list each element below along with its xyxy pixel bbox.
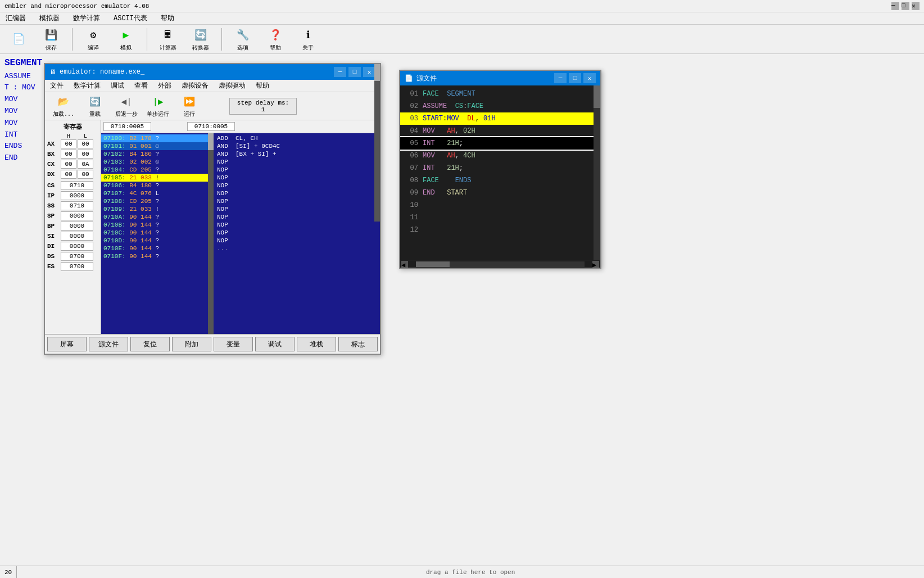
disasm-row-4[interactable]: 07104: CD 205 ? <box>101 166 214 174</box>
step-icon: |▶ <box>150 94 166 109</box>
disasm-pane[interactable]: 07100: B2 178 ? 07101: 01 001 ☺ 07102: B… <box>101 133 214 334</box>
disasm-row-10[interactable]: 0710A: 90 144 ? <box>101 213 214 221</box>
emu-menu-external[interactable]: 外部 <box>155 80 174 92</box>
src-max-btn[interactable]: □ <box>569 73 581 83</box>
menu-simulator[interactable]: 模拟器 <box>36 12 63 24</box>
emu-step-btn[interactable]: |▶ 单步运行 <box>144 94 172 118</box>
disasm-scroll-thumb[interactable] <box>208 133 214 150</box>
src-close-btn[interactable]: ✕ <box>583 73 596 83</box>
emu-btn-flags[interactable]: 标志 <box>338 337 378 351</box>
emu-menu-file[interactable]: 文件 <box>47 80 66 92</box>
emu-menu-debug[interactable]: 调试 <box>108 80 127 92</box>
toolbar-options[interactable]: 🔧 选项 <box>229 26 257 52</box>
reg-ds-val[interactable]: 0700 <box>61 252 93 261</box>
reg-cs-val[interactable]: 0710 <box>61 181 93 190</box>
reg-ss-val[interactable]: 0710 <box>61 201 93 210</box>
emu-btn-screen[interactable]: 屏幕 <box>47 337 87 351</box>
disasm-scrollbar[interactable] <box>208 133 214 334</box>
toolbar-save[interactable]: 💾 保存 <box>37 26 65 52</box>
emu-btn-attach[interactable]: 附加 <box>172 337 211 351</box>
disasm-row-9[interactable]: 07109: 21 033 ! <box>101 205 214 213</box>
emu-min-btn[interactable]: ─ <box>334 67 346 77</box>
disasm-row-12[interactable]: 0710C: 90 144 ? <box>101 229 214 237</box>
src-scroll-left[interactable]: ◀ <box>401 261 408 268</box>
menu-math[interactable]: 数学计算 <box>70 12 103 24</box>
emu-body: 寄存器 H L AX 00 00 BX 00 00 <box>45 120 380 334</box>
reg-ax-row: AX 00 00 <box>47 139 98 148</box>
reg-bx-h[interactable]: 00 <box>61 150 76 159</box>
reg-si-val[interactable]: 0000 <box>61 232 93 241</box>
src-scrollbar-h[interactable] <box>416 261 585 267</box>
src-min-btn[interactable]: ─ <box>554 73 567 83</box>
emu-load-btn[interactable]: 📂 加载... <box>49 94 78 118</box>
reg-bp-val[interactable]: 0000 <box>61 222 93 231</box>
toolbar-calc[interactable]: 🖩 计算器 <box>154 26 182 52</box>
emu-btn-var[interactable]: 变量 <box>214 337 253 351</box>
emu-toolbar: 📂 加载... 🔄 重载 ◀| 后退一步 |▶ 单步运行 ⏩ 运行 step d… <box>45 92 380 120</box>
disasm-row-6[interactable]: 07106: B4 180 ? <box>101 182 214 189</box>
disasm-row-1[interactable]: 07101: 01 001 ☺ <box>101 142 214 150</box>
toolbar-help[interactable]: ❓ 帮助 <box>261 26 289 52</box>
min-btn[interactable]: ─ <box>891 2 899 10</box>
menu-ascii[interactable]: ASCII代表 <box>110 12 151 24</box>
menu-help[interactable]: 帮助 <box>157 12 178 24</box>
reg-cx-h[interactable]: 00 <box>61 160 76 169</box>
disasm-row-8[interactable]: 07108: CD 205 ? <box>101 197 214 205</box>
src-scroll-thumb-v[interactable] <box>594 85 600 108</box>
src-title-bar: 📄 源文件 ─ □ ✕ <box>400 71 600 85</box>
emu-menu-math[interactable]: 数学计算 <box>71 80 103 92</box>
reg-ax-h[interactable]: 00 <box>61 139 76 148</box>
max-btn[interactable]: □ <box>902 2 909 10</box>
toolbar-conv[interactable]: 🔄 转换器 <box>187 26 215 52</box>
reg-dx-l[interactable]: 00 <box>78 170 93 179</box>
reg-cx-row: CX 00 0A <box>47 160 98 169</box>
emu-max-btn[interactable]: □ <box>348 67 361 77</box>
emu-menu-vdrive[interactable]: 虚拟驱动 <box>216 80 248 92</box>
ops-pane[interactable]: ADD CL, CH AND [SI] + 0CD4C AND [BX + SI… <box>214 133 380 334</box>
ops-row-4: NOP <box>216 166 378 174</box>
emu-step-back-btn[interactable]: ◀| 后退一步 <box>112 94 141 118</box>
disasm-row-11[interactable]: 0710B: 90 144 ? <box>101 221 214 229</box>
emu-close-btn[interactable]: ✕ <box>363 67 375 77</box>
toolbar-about[interactable]: ℹ 关于 <box>294 26 322 52</box>
addr-input-left[interactable] <box>103 122 151 131</box>
disasm-row-14[interactable]: 0710E: 90 144 ? <box>101 245 214 252</box>
emu-btn-source[interactable]: 源文件 <box>89 337 128 351</box>
emu-btn-debug[interactable]: 调试 <box>255 337 295 351</box>
emu-reload-btn[interactable]: 🔄 重载 <box>81 94 109 118</box>
close-btn-main[interactable]: ✕ <box>912 2 920 10</box>
reg-bx-l[interactable]: 00 <box>78 150 93 159</box>
reg-di-val[interactable]: 0000 <box>61 242 93 251</box>
disasm-row-13[interactable]: 0710D: 90 144 ? <box>101 237 214 245</box>
ops-row-2: AND [BX + SI] + <box>216 150 378 158</box>
toolbar-compile[interactable]: ⚙ 编译 <box>79 26 107 52</box>
toolbar-new[interactable]: 📄 <box>4 26 33 52</box>
emu-btn-reset[interactable]: 复位 <box>130 337 170 351</box>
src-content[interactable]: 01 FACE SEGMENT 02 ASSUME CS:FACE 03 STA… <box>400 85 600 260</box>
emu-menu-vdev[interactable]: 虚拟设备 <box>179 80 211 92</box>
src-scroll-right[interactable]: ▶ <box>592 261 599 268</box>
emu-menu-help[interactable]: 帮助 <box>253 80 272 92</box>
emu-menu-view[interactable]: 查看 <box>132 80 151 92</box>
reg-es-val[interactable]: 0700 <box>61 262 93 271</box>
disasm-row-15[interactable]: 0710F: 90 144 ? <box>101 252 214 260</box>
reg-ip-val[interactable]: 0000 <box>61 191 93 200</box>
disasm-row-0[interactable]: 07100: B2 178 ? <box>101 134 214 142</box>
menu-assembler[interactable]: 汇编器 <box>2 12 29 24</box>
disasm-row-2[interactable]: 07102: B4 180 ? <box>101 150 214 158</box>
src-scroll-thumb-h[interactable] <box>416 261 450 267</box>
toolbar-simulate[interactable]: ▶ 模拟 <box>112 26 140 52</box>
reg-cx-l[interactable]: 0A <box>78 160 93 169</box>
disasm-row-5[interactable]: 07105: 21 033 ! <box>101 174 214 182</box>
ops-scrollbar[interactable] <box>374 133 380 222</box>
reg-ax-l[interactable]: 00 <box>78 139 93 148</box>
src-scrollbar-v[interactable] <box>594 85 600 260</box>
emu-run-btn[interactable]: ⏩ 运行 <box>175 94 203 118</box>
reg-sp-val[interactable]: 0000 <box>61 211 93 220</box>
disasm-row-3[interactable]: 07103: 02 002 ☺ <box>101 158 214 166</box>
addr-input-right[interactable] <box>187 122 235 131</box>
disasm-row-7[interactable]: 07107: 4C 076 L <box>101 189 214 197</box>
main-title-bar: embler and microprocessor emulator 4.08 … <box>0 0 924 12</box>
reg-dx-h[interactable]: 00 <box>61 170 76 179</box>
emu-btn-stack[interactable]: 堆栈 <box>297 337 336 351</box>
